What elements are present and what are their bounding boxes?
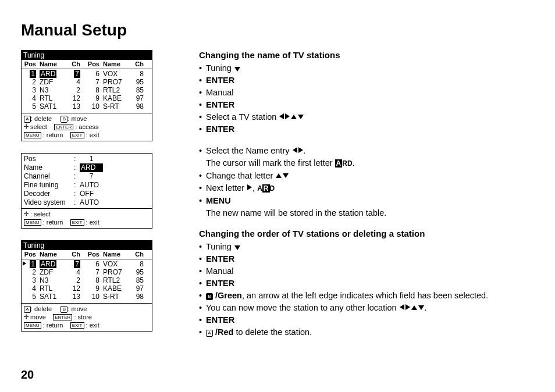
p3-r-pos-0: 6 [87,260,99,268]
section1-list: Tuning ENTER Manual ENTER Select a TV st… [199,62,534,136]
legend-select: select [30,123,47,130]
step-change-letter: Change that letter [199,170,534,182]
next-d: D [270,184,275,193]
next-r: R [262,184,270,193]
p3-l-pos-1: 2 [23,268,36,276]
detail-name-value: ARD [80,163,103,172]
left-icon [279,113,284,119]
p1-l-name-2: N3 [40,86,66,94]
p1-l-name-3: RTL [40,94,66,102]
page-number: 20 [21,368,34,382]
key-b-label: : move [67,305,87,312]
section1b-list: Select the Name entry . The cursor will … [199,145,534,219]
cursor-rest: RD [342,159,352,168]
s2-manual: Manual [199,265,534,277]
p3-l-ch-4: 13 [66,293,80,301]
detail-video-label: Video system [24,198,74,207]
arrow4-icon: ✢ [24,123,29,131]
menu-note: The new name will be stored in the stati… [206,207,534,219]
p3-r-name-4: S-RT [103,293,130,301]
p3-l-ch-1: 4 [66,268,80,276]
panel2-legend: ✢ : select MENU : return EXIT : exit [22,209,152,228]
key-a-icon: A [24,116,31,123]
hdr-ch: Ch [130,60,144,67]
right-icon [298,147,303,153]
s2-enter3: ENTER [199,314,534,326]
p1-l-ch-3: 12 [66,94,80,102]
up-icon [291,115,297,119]
tuning-panel-1: Tuning Pos Name Ch Pos Name Ch [21,50,152,141]
p3-r-name-2: RTL2 [103,276,130,284]
step-menu: MENU The new name will be stored in the … [199,195,534,219]
s2-tuning: Tuning [199,241,534,253]
detail-finetune-label: Fine tuning [24,181,74,190]
p1-l-name-0: ARD [40,70,66,78]
p3-r-name-3: KABE [103,284,130,293]
section2-heading: Changing the order of TV stations or del… [199,229,534,238]
right-icon [405,304,410,310]
enter-key-icon: ENTER [54,124,73,130]
down-icon [418,305,424,310]
s2-b-green: B /Green, an arrow at the left edge indi… [199,290,534,302]
up-icon [411,305,417,310]
detail-panel: Pos:1 Name:ARD Channel:7 Fine tuning:AUT… [21,153,152,229]
hdr-ch: Ch [130,251,144,258]
p3-r-name-1: PRO7 [103,268,130,276]
hdr-name: Name [99,251,130,258]
menu-key-icon: MENU [24,322,41,329]
exit-key-icon: EXIT [70,322,84,329]
key-b-icon: B [61,306,67,313]
p1-r-name-4: S-RT [103,102,130,111]
p1-r-pos-4: 10 [87,102,99,111]
page-title: Manual Setup [21,21,534,40]
p3-l-name-4: SAT1 [40,293,66,301]
p3-r-ch-4: 98 [130,293,144,301]
panel3-legend: A: delete B: move ✢ move ENTER : store M… [22,304,152,331]
hdr-pos: Pos [87,251,99,258]
p1-l-ch-1: 4 [66,78,80,86]
detail-channel-label: Channel [24,172,74,181]
hdr-pos: Pos [23,60,36,67]
legend3-move: move [30,313,46,320]
legend2-menu: : return [43,219,63,226]
right-column: Changing the name of TV stations Tuning … [197,50,534,348]
key-a-label: : delete [31,305,52,312]
panel1-legend: A: delete B: move ✢ select ENTER : acces… [22,113,152,141]
panel1-title: Tuning [22,51,152,60]
p1-r-ch-1: 95 [130,78,144,86]
key-b-label: : move [67,115,87,122]
legend3-menu: : return [43,322,63,329]
menu-key-icon: MENU [24,132,41,138]
legend2-select: : select [30,211,51,218]
hdr-ch: Ch [66,251,80,258]
p3-l-pos-3: 4 [23,284,36,293]
legend2-exit: : exit [86,219,99,226]
next-a: A [257,184,262,193]
step-enter2: ENTER [199,99,534,111]
hdr-name: Name [36,60,66,67]
p1-r-name-3: KABE [103,94,130,102]
detail-channel-value: 7 [80,172,103,181]
p3-l-ch-3: 12 [66,284,80,293]
row-marker-icon [23,261,26,266]
p3-r-ch-0: 8 [130,260,144,268]
hdr-ch: Ch [66,60,80,67]
step-select-name: Select the Name entry . The cursor will … [199,145,534,170]
p1-l-pos-3: 4 [23,94,36,102]
p3-l-ch-2: 2 [66,276,80,284]
key-a-label: : delete [31,115,52,122]
legend3-enter: : store [74,313,92,320]
enter-key-icon: ENTER [53,314,72,320]
p1-r-ch-3: 97 [130,94,144,102]
step-enter3: ENTER [199,123,534,136]
hdr-pos: Pos [23,251,36,258]
hdr-name: Name [99,60,130,67]
p3-l-name-1: ZDF [40,268,66,276]
left-icon [293,147,297,153]
detail-video-value: AUTO [80,198,99,207]
p1-r-name-1: PRO7 [103,78,130,86]
legend-enter: : access [75,123,98,130]
p3-r-ch-1: 95 [130,268,144,276]
arrow4-icon: ✢ [24,313,29,321]
p1-l-ch-4: 13 [66,102,80,111]
